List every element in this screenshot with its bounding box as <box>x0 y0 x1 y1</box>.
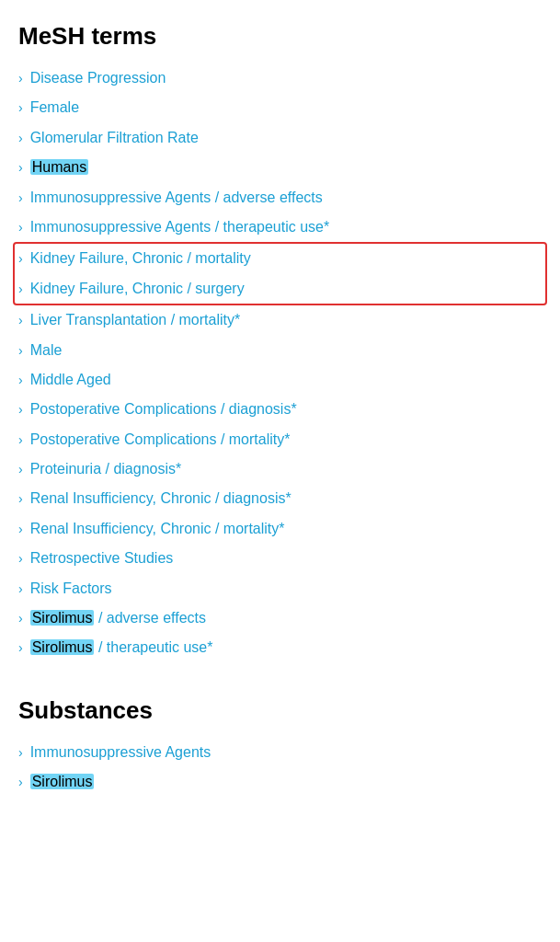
mesh-term-link[interactable]: Glomerular Filtration Rate <box>30 128 199 148</box>
chevron-icon: › <box>18 774 23 792</box>
chevron-icon: › <box>18 70 23 88</box>
highlight-badge: Sirolimus <box>30 610 95 626</box>
list-item: › Female <box>18 93 542 122</box>
chevron-icon: › <box>18 639 23 658</box>
list-item: › Proteinuria / diagnosis* <box>18 454 542 484</box>
list-item: › Disease Progression <box>18 63 542 93</box>
list-item: › Immunosuppressive Agents / therapeutic… <box>18 213 542 242</box>
mesh-term-link[interactable]: Liver Transplantation / mortality* <box>30 310 241 330</box>
chevron-icon: › <box>18 312 23 330</box>
mesh-term-link[interactable]: Female <box>30 98 79 118</box>
mesh-term-link[interactable]: Retrospective Studies <box>30 548 174 569</box>
chevron-icon: › <box>18 190 23 208</box>
chevron-icon: › <box>18 431 23 450</box>
list-item: › Kidney Failure, Chronic / surgery <box>18 274 542 304</box>
list-item: › Renal Insufficiency, Chronic / diagnos… <box>18 484 542 513</box>
substances-section: Substances › Immunosuppressive Agents › … <box>18 696 542 798</box>
kidney-failure-box: › Kidney Failure, Chronic / mortality › … <box>13 242 547 305</box>
substances-title: Substances <box>18 696 542 725</box>
mesh-term-link[interactable]: Sirolimus / adverse effects <box>30 608 206 628</box>
chevron-icon: › <box>18 490 23 509</box>
mesh-term-link[interactable]: Renal Insufficiency, Chronic / mortality… <box>30 519 285 539</box>
mesh-term-link[interactable]: Immunosuppressive Agents / therapeutic u… <box>30 217 330 237</box>
mesh-term-link[interactable]: Middle Aged <box>30 370 111 390</box>
list-item: › Renal Insufficiency, Chronic / mortali… <box>18 514 542 544</box>
list-item: › Male <box>18 336 542 365</box>
chevron-icon: › <box>18 550 23 569</box>
list-item: › Risk Factors <box>18 574 542 603</box>
chevron-icon: › <box>18 610 23 628</box>
substances-list: › Immunosuppressive Agents › Sirolimus <box>18 738 542 798</box>
chevron-icon: › <box>18 99 23 118</box>
mesh-term-link[interactable]: Kidney Failure, Chronic / surgery <box>30 279 245 299</box>
chevron-icon: › <box>18 744 23 763</box>
mesh-term-link[interactable]: Humans <box>30 157 89 178</box>
list-item: › Liver Transplantation / mortality* <box>18 305 542 335</box>
mesh-term-link[interactable]: Sirolimus <box>30 772 95 792</box>
chevron-icon: › <box>18 372 23 390</box>
mesh-term-link[interactable]: Immunosuppressive Agents / adverse effec… <box>30 188 323 208</box>
mesh-term-link[interactable]: Proteinuria / diagnosis* <box>30 459 182 479</box>
list-item: › Glomerular Filtration Rate <box>18 123 542 153</box>
chevron-icon: › <box>18 401 23 419</box>
mesh-term-link[interactable]: Sirolimus / therapeutic use* <box>30 638 213 658</box>
mesh-list: › Disease Progression › Female › Glomeru… <box>18 63 542 663</box>
chevron-icon: › <box>18 342 23 361</box>
list-item: › Sirolimus / adverse effects <box>18 603 542 633</box>
chevron-icon: › <box>18 281 23 299</box>
mesh-term-link[interactable]: Disease Progression <box>30 68 166 88</box>
list-item: › Postoperative Complications / diagnosi… <box>18 395 542 424</box>
mesh-term-link[interactable]: Postoperative Complications / diagnosis* <box>30 399 297 419</box>
highlight-badge: Sirolimus <box>30 639 95 655</box>
mesh-term-link[interactable]: Risk Factors <box>30 579 112 599</box>
list-item: › Humans <box>18 153 542 182</box>
mesh-section: MeSH terms › Disease Progression › Femal… <box>18 22 542 663</box>
mesh-term-link[interactable]: Renal Insufficiency, Chronic / diagnosis… <box>30 488 291 509</box>
mesh-title: MeSH terms <box>18 22 542 51</box>
chevron-icon: › <box>18 159 23 178</box>
list-item: › Kidney Failure, Chronic / mortality <box>18 244 542 273</box>
chevron-icon: › <box>18 580 23 599</box>
list-item: › Middle Aged <box>18 365 542 395</box>
list-item: › Immunosuppressive Agents / adverse eff… <box>18 183 542 213</box>
list-item: › Immunosuppressive Agents <box>18 738 542 767</box>
mesh-term-link[interactable]: Male <box>30 340 63 361</box>
mesh-term-link[interactable]: Postoperative Complications / mortality* <box>30 430 291 450</box>
mesh-term-link[interactable]: Kidney Failure, Chronic / mortality <box>30 248 251 269</box>
list-item: › Retrospective Studies <box>18 544 542 573</box>
mesh-term-link[interactable]: Immunosuppressive Agents <box>30 742 211 763</box>
list-item: › Sirolimus <box>18 767 542 797</box>
chevron-icon: › <box>18 521 23 539</box>
chevron-icon: › <box>18 130 23 148</box>
list-item: › Sirolimus / therapeutic use* <box>18 633 542 662</box>
highlight-badge: Sirolimus <box>30 774 95 789</box>
highlight-badge: Humans <box>30 159 89 175</box>
chevron-icon: › <box>18 250 23 269</box>
chevron-icon: › <box>18 461 23 479</box>
chevron-icon: › <box>18 219 23 237</box>
list-item: › Postoperative Complications / mortalit… <box>18 425 542 454</box>
